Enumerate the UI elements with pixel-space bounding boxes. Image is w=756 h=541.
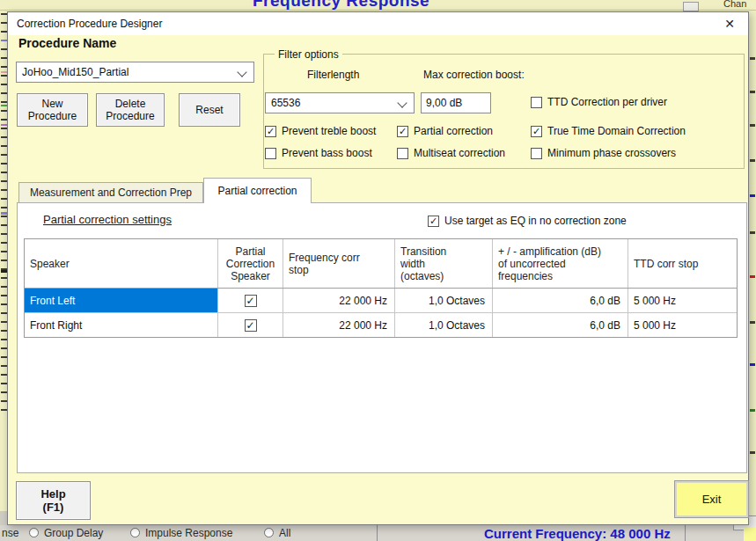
column-header-ttd-corr-stop[interactable]: TTD corr stop	[628, 239, 737, 288]
background-chan-label: Chan	[723, 0, 746, 9]
checkbox-label[interactable]: Partial correction	[414, 125, 493, 137]
column-header-frequency-corr-stop[interactable]: Frequency corr stop	[283, 239, 395, 288]
impulse-response-radio[interactable]	[130, 528, 140, 537]
max-correction-boost-input[interactable]	[421, 92, 491, 113]
help-f1-button[interactable]: Help (F1)	[16, 481, 91, 520]
chevron-down-icon[interactable]	[237, 67, 246, 77]
multiseat-correction-checkbox-row[interactable]: Multiseat correction	[397, 147, 505, 159]
reset-button[interactable]: Reset	[179, 93, 240, 127]
checkbox-label[interactable]: TTD Correction per driver	[547, 96, 667, 108]
checkbox-label[interactable]: Prevent bass boost	[282, 147, 372, 159]
prevent-bass-boost-checkbox-row[interactable]: Prevent bass boost	[265, 147, 372, 159]
prevent-treble-boost-checkbox[interactable]: ✓	[265, 126, 276, 137]
exit-button[interactable]: Exit	[674, 480, 749, 518]
partial-correction-table: Speaker Partial Correction Speaker Frequ…	[24, 238, 738, 338]
group-delay-radio-label[interactable]: Group Delay	[44, 527, 103, 539]
minimum-phase-crossovers-checkbox[interactable]	[531, 148, 542, 159]
current-frequency-label: Current Frequency: 48 000 Hz	[484, 526, 671, 541]
cell-partial-correction[interactable]: ✓	[218, 313, 283, 337]
ttd-correction-per-driver-checkbox[interactable]	[531, 97, 542, 108]
max-correction-boost-label: Max correction boost:	[423, 69, 525, 81]
procedure-name-value: JoHoo_Mid150_Partial	[22, 66, 128, 78]
column-header-partial-correction-speaker[interactable]: Partial Correction Speaker	[218, 239, 283, 288]
new-procedure-button[interactable]: New Procedure	[17, 93, 88, 127]
cell-frequency-corr-stop[interactable]: 22 000 Hz	[283, 313, 395, 337]
group-delay-radio[interactable]	[29, 528, 39, 537]
checkbox-label[interactable]: Minimum phase crossovers	[547, 147, 676, 159]
background-text-fragment: nse	[2, 527, 18, 539]
filterlength-combobox[interactable]: 65536	[265, 92, 415, 113]
cell-transition-width[interactable]: 1,0 Octaves	[395, 289, 493, 312]
procedure-name-heading: Procedure Name	[18, 36, 116, 50]
use-target-as-eq-checkbox-row[interactable]: ✓ Use target as EQ in no correction zone	[428, 215, 627, 227]
filterlength-label: Filterlength	[307, 69, 359, 81]
checkbox-label[interactable]: Multiseat correction	[414, 147, 505, 159]
row-partial-correction-checkbox[interactable]: ✓	[245, 295, 257, 307]
filter-options-legend: Filter options	[275, 48, 342, 61]
procedure-name-combobox[interactable]: JoHoo_Mid150_Partial	[16, 62, 254, 83]
checkbox-label[interactable]: Prevent treble boost	[282, 125, 376, 137]
cell-amplification[interactable]: 6,0 dB	[493, 289, 628, 312]
background-checkbox-fragment	[683, 2, 699, 11]
impulse-response-radio-label[interactable]: Impulse Response	[145, 527, 232, 539]
true-time-domain-correction-checkbox[interactable]: ✓	[531, 126, 542, 137]
background-yellow-corner	[744, 528, 756, 541]
all-radio-label[interactable]: All	[279, 527, 290, 539]
cell-ttd-corr-stop[interactable]: 5 000 Hz	[628, 313, 737, 337]
panel-divider	[685, 525, 686, 541]
use-target-as-eq-checkbox[interactable]: ✓	[428, 216, 439, 227]
column-header-amplification[interactable]: + / - amplification (dB) of uncorrected …	[493, 239, 628, 288]
filterlength-value: 65536	[271, 97, 300, 109]
cell-speaker[interactable]: Front Left	[25, 289, 218, 312]
table-header-row: Speaker Partial Correction Speaker Frequ…	[25, 239, 737, 289]
table-row-front-left[interactable]: Front Left ✓ 22 000 Hz 1,0 Octaves 6,0 d…	[25, 289, 737, 312]
dialog-titlebar[interactable]: Correction Procedure Designer ✕	[8, 12, 748, 35]
minimum-phase-crossovers-checkbox-row[interactable]: Minimum phase crossovers	[531, 147, 676, 159]
column-header-transition-width[interactable]: Transition width (octaves)	[395, 239, 493, 288]
ttd-correction-per-driver-checkbox-row[interactable]: TTD Correction per driver	[531, 96, 667, 108]
cell-speaker[interactable]: Front Right	[25, 313, 218, 337]
background-panel-edge	[0, 10, 756, 11]
tab-partial-correction[interactable]: Partial correction	[203, 178, 312, 203]
row-partial-correction-checkbox[interactable]: ✓	[245, 319, 257, 332]
panel-divider	[377, 525, 378, 541]
multiseat-correction-checkbox[interactable]	[397, 148, 408, 159]
tab-measurement-and-correction-prep[interactable]: Measurement and Correction Prep	[18, 182, 203, 203]
legend-dash-marks	[1, 13, 7, 418]
cell-frequency-corr-stop[interactable]: 22 000 Hz	[283, 289, 395, 312]
close-icon[interactable]: ✕	[715, 12, 745, 35]
true-time-domain-correction-checkbox-row[interactable]: ✓ True Time Domain Correction	[531, 125, 686, 137]
checkbox-label[interactable]: True Time Domain Correction	[547, 125, 686, 137]
correction-procedure-designer-dialog: Correction Procedure Designer ✕ Procedur…	[7, 11, 749, 525]
partial-correction-settings-link[interactable]: Partial correction settings	[43, 213, 172, 226]
checkbox-label[interactable]: Use target as EQ in no correction zone	[444, 215, 627, 227]
prevent-bass-boost-checkbox[interactable]	[265, 148, 276, 159]
delete-procedure-button[interactable]: Delete Procedure	[96, 93, 165, 127]
cell-ttd-corr-stop[interactable]: 5 000 Hz	[628, 289, 737, 312]
all-radio[interactable]	[264, 528, 274, 537]
chevron-down-icon[interactable]	[397, 98, 407, 107]
partial-correction-checkbox[interactable]: ✓	[397, 126, 408, 137]
prevent-treble-boost-checkbox-row[interactable]: ✓ Prevent treble boost	[265, 125, 376, 137]
background-bottom-bar: nse Group Delay Impulse Response All Cur…	[0, 525, 756, 541]
partial-correction-checkbox-row[interactable]: ✓ Partial correction	[397, 125, 493, 137]
cell-partial-correction[interactable]: ✓	[218, 289, 283, 312]
dialog-title: Correction Procedure Designer	[17, 18, 162, 30]
background-right-strip	[749, 11, 756, 525]
column-header-speaker[interactable]: Speaker	[25, 239, 218, 288]
table-row-front-right[interactable]: Front Right ✓ 22 000 Hz 1,0 Octaves 6,0 …	[25, 312, 737, 337]
cell-amplification[interactable]: 6,0 dB	[493, 313, 628, 337]
cell-transition-width[interactable]: 1,0 Octaves	[395, 313, 493, 337]
